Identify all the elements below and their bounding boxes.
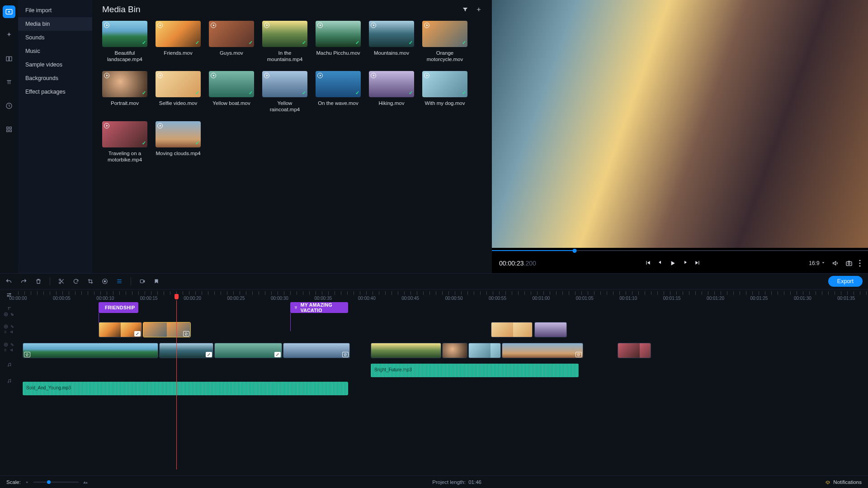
notifications-button[interactable]: Notifications — [825, 479, 862, 485]
video-clip[interactable] — [534, 322, 567, 337]
media-item[interactable]: ✓Yellow boat.mov — [209, 71, 254, 113]
scale-slider[interactable] — [33, 482, 79, 483]
media-item[interactable]: ✓Friends.mov — [156, 21, 201, 63]
media-item[interactable]: ✓Yellow raincoat.mp4 — [262, 71, 307, 113]
undo-icon[interactable] — [5, 278, 12, 285]
preview-more-icon[interactable] — [859, 260, 861, 267]
video-clip[interactable] — [618, 343, 651, 358]
side-item-media-bin[interactable]: Media bin — [18, 17, 92, 31]
redo-icon[interactable] — [20, 278, 27, 285]
title-clip[interactable]: FRIENDSHIP — [99, 302, 138, 313]
record-icon[interactable] — [139, 278, 146, 284]
video-clip[interactable]: ⤢ — [214, 343, 282, 358]
title-clip[interactable]: MY AMAZING VACATIO — [290, 302, 348, 313]
zoom-out-icon[interactable] — [24, 480, 30, 484]
main-video-track[interactable]: ⊘⤢⤢⊘⊘ — [18, 342, 868, 360]
audio-a-track-head[interactable] — [0, 356, 18, 373]
play-icon[interactable] — [669, 260, 676, 267]
video-clip[interactable]: ⊘ — [502, 343, 583, 358]
audio-clip[interactable]: Bold_And_Young.mp3 — [23, 382, 348, 395]
video-clip[interactable]: ⤢ — [159, 343, 213, 358]
audio-track-a[interactable]: Bright_Future.mp3 — [18, 363, 868, 378]
status-bar: Scale: Project length: 01:46 Notificatio… — [0, 475, 868, 488]
video-clip[interactable] — [491, 322, 533, 337]
volume-icon[interactable] — [832, 260, 839, 267]
video-clip[interactable] — [442, 343, 467, 358]
media-item[interactable]: ✓Mountains.mov — [369, 21, 414, 63]
import-rail-icon[interactable] — [3, 5, 15, 18]
transitions-rail-icon[interactable] — [3, 52, 15, 65]
add-icon[interactable] — [476, 6, 482, 13]
media-item[interactable]: ✓Selfie video.mov — [156, 71, 201, 113]
svg-point-27 — [11, 344, 13, 345]
side-item-sample-videos[interactable]: Sample videos — [18, 58, 92, 71]
media-bin-panel: Media Bin ✓Beautiful landscape.mp4✓Frien… — [92, 0, 492, 273]
media-item[interactable]: ✓With my dog.mov — [422, 71, 467, 113]
preview-canvas[interactable] — [492, 0, 868, 248]
media-label: Orange motorcycle.mov — [422, 50, 467, 63]
frame-fwd-icon[interactable] — [683, 260, 688, 267]
main-track-head[interactable] — [0, 338, 18, 356]
audio-b-track-head[interactable] — [0, 373, 18, 389]
audio-track-b[interactable]: Bold_And_Young.mp3 — [18, 381, 868, 396]
video-clip[interactable]: ⊘ — [283, 343, 350, 358]
media-item[interactable]: ✓Moving clouds.mp4 — [156, 121, 201, 163]
split-icon[interactable] — [58, 278, 65, 284]
media-label: Hiking.mov — [379, 100, 405, 106]
media-label: Friends.mov — [164, 50, 192, 56]
title-track[interactable]: FRIENDSHIPMY AMAZING VACATIO — [18, 300, 868, 318]
overlay-track-head[interactable] — [0, 320, 18, 338]
media-item[interactable]: ✓Beautiful landscape.mp4 — [102, 21, 147, 63]
side-item-file-import[interactable]: File import — [18, 4, 92, 17]
media-item[interactable]: ✓On the wave.mov — [316, 71, 361, 113]
video-clip[interactable] — [468, 343, 501, 358]
media-item[interactable]: ✓Guys.mov — [209, 21, 254, 63]
media-item[interactable]: ✓Traveling on a motorbike.mp4 — [102, 121, 147, 163]
prev-clip-icon[interactable] — [645, 260, 651, 267]
filter-icon[interactable] — [462, 6, 468, 13]
video-clip[interactable]: ⤢ — [99, 322, 142, 337]
delete-icon[interactable] — [35, 278, 42, 285]
next-clip-icon[interactable] — [694, 260, 701, 267]
svg-rect-7 — [9, 130, 11, 132]
bell-icon — [825, 479, 830, 485]
video-clip[interactable]: ⊘ — [23, 343, 158, 358]
video-clip[interactable]: ⊘ — [143, 322, 191, 337]
snapshot-icon[interactable] — [845, 260, 853, 267]
clip-props-icon[interactable] — [116, 278, 123, 284]
crop-icon[interactable] — [87, 278, 94, 284]
media-label: Beautiful landscape.mp4 — [102, 50, 147, 63]
media-item[interactable]: ✓Portrait.mov — [102, 71, 147, 113]
aspect-ratio-label[interactable]: 16:9 — [809, 260, 826, 266]
side-item-backgrounds[interactable]: Backgrounds — [18, 71, 92, 85]
rotate-icon[interactable] — [73, 278, 79, 284]
media-thumbnail: ✓ — [209, 21, 254, 47]
side-item-music[interactable]: Music — [18, 44, 92, 58]
export-button[interactable]: Export — [828, 276, 863, 287]
side-item-effect-packages[interactable]: Effect packages — [18, 85, 92, 99]
title-track-head[interactable] — [0, 302, 18, 320]
filters-rail-icon[interactable] — [3, 29, 15, 42]
scale-label: Scale: — [6, 479, 21, 485]
timeline: FRIENDSHIPMY AMAZING VACATIO ⤢⊘ ⊘⤢⤢⊘⊘ Br… — [0, 300, 868, 469]
color-icon[interactable] — [102, 278, 108, 284]
titles-rail-icon[interactable] — [3, 76, 15, 89]
frame-back-icon[interactable] — [657, 260, 663, 267]
marker-icon[interactable] — [154, 278, 159, 284]
more-rail-icon[interactable] — [3, 123, 15, 136]
audio-clip[interactable]: Bright_Future.mp3 — [371, 364, 579, 377]
zoom-in-icon[interactable] — [82, 479, 89, 485]
media-item[interactable]: ✓Hiking.mov — [369, 71, 414, 113]
media-label: Yellow boat.mov — [212, 100, 250, 106]
svg-rect-1 — [6, 57, 9, 61]
media-item[interactable]: ✓Orange motorcycle.mov — [422, 21, 467, 63]
svg-point-12 — [859, 265, 861, 267]
preview-scrubber[interactable] — [492, 248, 868, 253]
video-clip[interactable] — [371, 343, 441, 358]
playhead[interactable] — [176, 300, 177, 469]
overlay-track[interactable]: ⤢⊘ — [18, 321, 868, 339]
media-item[interactable]: ✓In the mountains.mp4 — [262, 21, 307, 63]
side-item-sounds[interactable]: Sounds — [18, 31, 92, 44]
media-item[interactable]: ✓Machu Picchu.mov — [316, 21, 361, 63]
stickers-rail-icon[interactable] — [3, 99, 15, 112]
